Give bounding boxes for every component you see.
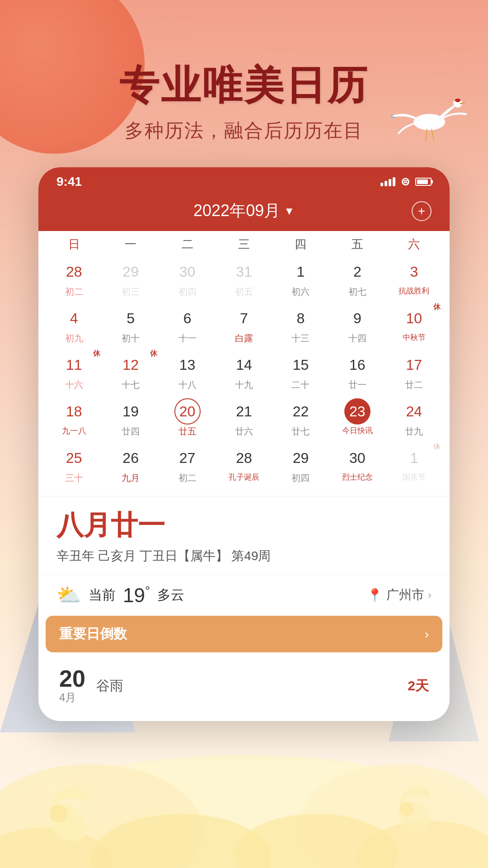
day-header-tue: 二: [159, 236, 216, 252]
cal-day-28-aug[interactable]: 28 初二: [46, 256, 102, 301]
location-icon: 📍: [367, 588, 383, 603]
cal-day-10[interactable]: 10 中秋节 休: [386, 302, 442, 347]
week-3: 11 十六 休 12 十七 休 13 十八 14 十九 15 二十: [46, 349, 442, 394]
calendar-body: 日 一 二 三 四 五 六 28 初二 29 初三 30 初四 31: [38, 231, 450, 496]
cal-day-29[interactable]: 29 初四: [272, 442, 329, 487]
cal-day-31-aug[interactable]: 31 初五: [216, 256, 272, 301]
rest-badge-oct1: 休: [433, 442, 441, 452]
lunar-date-big: 八月廿一: [56, 507, 432, 544]
calendar-month-title: 2022年09月: [193, 200, 280, 222]
cal-day-7[interactable]: 7 白露: [216, 302, 272, 347]
week-5: 25 三十 26 九月 27 初二 28 孔子诞辰 29 初四 30 烈士纪念: [46, 442, 442, 487]
status-bar: 9:41 ⊜: [38, 167, 450, 193]
cal-day-5[interactable]: 5 初十: [102, 302, 159, 347]
cal-day-14[interactable]: 14 十九: [216, 349, 272, 394]
chevron-right-icon: ›: [428, 589, 432, 601]
cal-day-28[interactable]: 28 孔子诞辰: [216, 442, 272, 487]
wifi-icon: ⊜: [401, 175, 410, 188]
weather-right[interactable]: 📍 广州市 ›: [367, 586, 432, 604]
cal-day-17[interactable]: 17 廿二: [386, 349, 442, 394]
lunar-detail: 辛丑年 己亥月 丁丑日【属牛】 第49周: [56, 547, 432, 565]
add-event-button[interactable]: +: [412, 201, 432, 221]
phone-mockup: 9:41 ⊜ 2022年09月 ▼ + 日 一 二 三 四 五: [38, 167, 450, 721]
lunar-info: 八月廿一 辛丑年 己亥月 丁丑日【属牛】 第49周: [38, 496, 450, 574]
svg-point-23: [399, 802, 414, 816]
countdown-item[interactable]: 20 4月 谷雨 2天: [46, 658, 442, 714]
week-4: 18 九一八 19 廿四 20 廿五 21 廿六 22 廿七 23 今日快讯: [46, 396, 442, 440]
week-2: 4 初九 5 初十 6 十一 7 白露 8 十三 9 十四: [46, 302, 442, 347]
cal-day-22[interactable]: 22 廿七: [272, 396, 329, 440]
day-header-sun: 日: [46, 236, 102, 252]
day-header-sat: 六: [386, 236, 442, 252]
weather-cloud-icon: ⛅: [56, 583, 81, 607]
calendar-header: 2022年09月 ▼ +: [38, 193, 450, 231]
cal-day-9[interactable]: 9 十四: [329, 302, 385, 347]
cal-day-30-aug[interactable]: 30 初四: [159, 256, 216, 301]
cal-day-1-oct[interactable]: 1 国庆节 休: [386, 442, 442, 487]
countdown-event: 谷雨: [96, 677, 408, 695]
cal-day-13[interactable]: 13 十八: [159, 349, 216, 394]
cal-day-27[interactable]: 27 初二: [159, 442, 216, 487]
countdown-header[interactable]: 重要日倒数 ›: [46, 616, 442, 652]
headline: 专业唯美日历 多种历法，融合后历历在目: [0, 59, 488, 143]
day-header-wed: 三: [216, 236, 272, 252]
battery-icon: [415, 178, 432, 186]
countdown-month: 4月: [59, 690, 85, 705]
cal-day-30[interactable]: 30 烈士纪念: [329, 442, 385, 487]
cal-day-6[interactable]: 6 十一: [159, 302, 216, 347]
weather-temperature: 19°: [123, 584, 150, 607]
countdown-day-num: 20: [59, 667, 85, 690]
headline-title: 专业唯美日历: [0, 59, 488, 113]
headline-subtitle: 多种历法，融合后历历在目: [0, 118, 488, 143]
cal-day-21[interactable]: 21 廿六: [216, 396, 272, 440]
cal-day-25[interactable]: 25 三十: [46, 442, 102, 487]
day-headers: 日 一 二 三 四 五 六: [46, 231, 442, 256]
cal-day-15[interactable]: 15 二十: [272, 349, 329, 394]
rest-badge-10: 休: [433, 302, 441, 312]
cal-day-18[interactable]: 18 九一八: [46, 396, 102, 440]
cal-day-23[interactable]: 23 今日快讯: [329, 396, 385, 440]
weather-left: ⛅ 当前 19° 多云: [56, 583, 184, 607]
weather-location: 广州市: [386, 586, 424, 604]
week-1: 28 初二 29 初三 30 初四 31 初五 1 初六 2 初七: [46, 256, 442, 301]
countdown-date-block: 20 4月: [59, 667, 85, 705]
cal-day-12[interactable]: 12 十七 休: [102, 349, 159, 394]
countdown-days-left: 2天: [408, 677, 429, 695]
weather-section[interactable]: ⛅ 当前 19° 多云 📍 广州市 ›: [38, 574, 450, 616]
weather-description: 多云: [157, 586, 184, 604]
weather-prefix: 当前: [89, 586, 116, 604]
cal-day-24[interactable]: 24 廿九: [386, 396, 442, 440]
cal-day-3[interactable]: 3 抗战胜利: [386, 256, 442, 301]
cal-day-4[interactable]: 4 初九: [46, 302, 102, 347]
rest-badge-12: 休: [150, 349, 157, 359]
cal-day-1[interactable]: 1 初六: [272, 256, 329, 301]
svg-point-18: [50, 805, 68, 823]
status-right: ⊜: [380, 175, 432, 188]
status-time: 9:41: [56, 175, 82, 189]
cal-day-8[interactable]: 8 十三: [272, 302, 329, 347]
cal-day-2[interactable]: 2 初七: [329, 256, 385, 301]
day-header-mon: 一: [102, 236, 159, 252]
day-header-thu: 四: [272, 236, 329, 252]
cal-day-16[interactable]: 16 廿一: [329, 349, 385, 394]
cal-day-20[interactable]: 20 廿五: [159, 396, 216, 440]
countdown-title: 重要日倒数: [59, 625, 127, 643]
dropdown-icon[interactable]: ▼: [284, 205, 295, 217]
signal-icon: [380, 177, 395, 186]
rest-badge-11: 休: [93, 349, 100, 359]
day-header-fri: 五: [329, 236, 385, 252]
cal-day-26[interactable]: 26 九月: [102, 442, 159, 487]
cal-day-11[interactable]: 11 十六 休: [46, 349, 102, 394]
countdown-arrow-icon: ›: [425, 627, 429, 642]
cal-day-19[interactable]: 19 廿四: [102, 396, 159, 440]
cal-day-29-aug[interactable]: 29 初三: [102, 256, 159, 301]
